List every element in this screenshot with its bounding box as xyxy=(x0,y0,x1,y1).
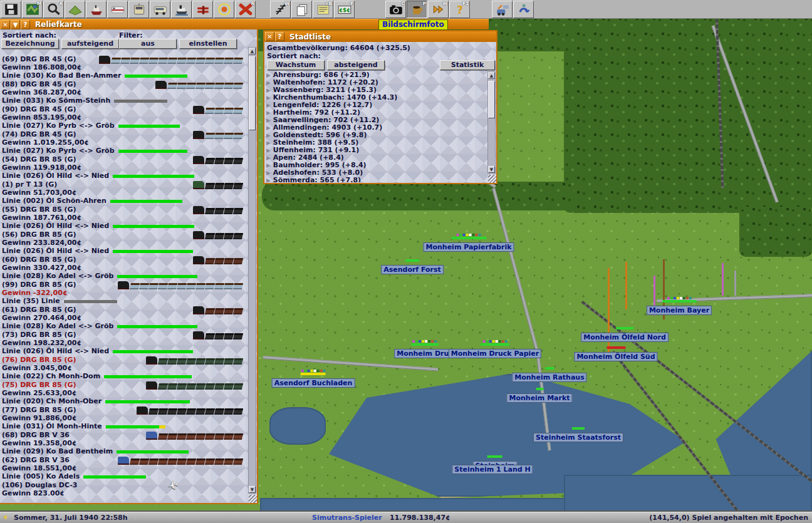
station-fill-bar xyxy=(449,343,541,346)
vehicle-entry[interactable]: (1) pr T 13 (G)Gewinn 51.703,00¢Linie (0… xyxy=(2,180,247,205)
station-label[interactable]: Steinheim Staatsforst xyxy=(533,427,623,442)
station-label[interactable]: Monheim Ölfeld Nord xyxy=(581,327,669,342)
city-row[interactable]: ▶ Sömmerda: 565 (+7.8) xyxy=(266,177,486,182)
vehicle-entry[interactable]: (74) DRG BR 45 (G)Gewinn 1.019.255,00¢Li… xyxy=(2,130,247,155)
station-label[interactable]: Monheim Rathaus xyxy=(512,367,586,382)
vehicle-entry[interactable]: (62) DRG BR V 36Gewinn 18.551,00¢Linie (… xyxy=(2,456,247,481)
help-tool[interactable]: ?F1 xyxy=(449,1,470,18)
sort-by-button[interactable]: Bezeichnung xyxy=(1,39,59,49)
city-scrollbar[interactable]: ▲ ▼ xyxy=(487,71,496,173)
magnify-tool[interactable]: A xyxy=(43,1,64,18)
vehicle-entry[interactable]: (77) DRG BR 85 (G)Gewinn 91.886,00¢Linie… xyxy=(2,406,247,431)
tram-tool[interactable] xyxy=(128,1,149,18)
station-label-text: Monheim Papierfabrik xyxy=(423,242,514,252)
terrain-tool[interactable] xyxy=(65,1,85,18)
shade-icon[interactable]: ▼ xyxy=(11,20,20,29)
station-label[interactable]: Monheim Druc xyxy=(394,340,455,358)
vehicle-thumbnail xyxy=(137,406,242,415)
scroll-thumb[interactable] xyxy=(488,81,495,118)
scroll-down-icon[interactable]: ▼ xyxy=(249,486,256,493)
vehicle-entry[interactable]: (60) DRG BR 85 (G)Gewinn 330.427,00¢Lini… xyxy=(2,256,247,281)
vehicle-thumbnail xyxy=(193,131,242,139)
statistics-button[interactable]: Statistik xyxy=(440,60,495,70)
fastforward-tool[interactable]: W xyxy=(428,1,449,18)
scroll-up-icon[interactable]: ▲ xyxy=(488,72,495,79)
save-tool[interactable] xyxy=(1,1,21,18)
finance-tool[interactable]: ¢$¢F xyxy=(334,1,355,18)
camera-tool[interactable]: C xyxy=(385,1,406,18)
station-label[interactable]: Asendorf Forst xyxy=(381,259,444,274)
resize-grip[interactable] xyxy=(249,495,257,503)
vehicle-line: Linie (027) Ko Pyrb <-> Gröb xyxy=(2,122,247,130)
station-label[interactable]: Monheim Ölfeld Süd xyxy=(574,346,657,361)
station-fill-bar xyxy=(473,455,518,458)
train-tool[interactable] xyxy=(107,1,128,18)
vehicle-scrollbar[interactable]: ▲ ▼ xyxy=(248,47,256,494)
station-label-text: Monheim Rathaus xyxy=(512,373,586,382)
vehicle-entry[interactable]: (99) DRG BR 85 (G)Gewinn -322,00¢Linie (… xyxy=(2,281,247,306)
vehicle-entry[interactable]: (73) DRG BR 85 (G)Gewinn 198.232,00¢Lini… xyxy=(2,331,247,356)
station-label-text: Monheim Druc xyxy=(394,349,455,358)
note-tool[interactable]: +B xyxy=(313,1,333,18)
city-list: ▶ Ahrensburg: 686 (+21.9)▶ Waltenhofen: … xyxy=(266,71,486,182)
vehicle-entry[interactable]: (106) Douglas DC-3Gewinn 823,00¢Linie (4… xyxy=(2,481,247,495)
vehicle-thumbnail xyxy=(146,432,242,440)
station-label[interactable]: Monheim Bayer xyxy=(647,297,712,315)
vehicle-entry[interactable]: (88) DRG BR 45 (G)Gewinn 368.287,00¢Lini… xyxy=(2,80,247,105)
destroy-tool[interactable]: R xyxy=(235,1,256,18)
station-label[interactable]: Monheim Papierfabrik xyxy=(423,234,514,252)
vehicle-entry[interactable]: (61) DRG BR 85 (G)Gewinn 270.464,00¢Lini… xyxy=(2,306,247,331)
vehicle-thumbnail xyxy=(118,457,242,465)
vehicle-entry[interactable]: (76) DRG BR 85 (G)Gewinn 3.045,00¢Linie … xyxy=(2,356,247,381)
vehicle-entry[interactable]: (56) DRG BR 85 (G)Gewinn 233.824,00¢Lini… xyxy=(2,230,247,256)
scroll-thumb[interactable] xyxy=(249,56,256,130)
station-fill-bar xyxy=(533,427,623,430)
shortcut-key: R xyxy=(251,1,254,6)
fill-bar xyxy=(105,400,190,403)
shortcut-key: F1 xyxy=(462,1,469,6)
station-label[interactable]: Steinheim 1 Land H xyxy=(452,462,533,474)
plane-tool[interactable] xyxy=(192,1,213,18)
pause-tool[interactable]: P xyxy=(407,1,427,18)
vehicle-profit: Gewinn 51.703,00¢ xyxy=(2,189,247,197)
stadtliste-titlebar[interactable]: ✕ ? Stadtliste xyxy=(264,31,496,42)
city-sort-button[interactable]: Wachstum xyxy=(267,60,325,70)
help-icon[interactable]: ? xyxy=(275,32,284,41)
fill-bar xyxy=(114,100,167,103)
station-label[interactable]: Asendorf Buchladen xyxy=(272,370,355,388)
vehicle-entry[interactable]: (90) DRG BR 45 (G)Gewinn 853.195,00¢Lini… xyxy=(2,105,247,130)
player-name[interactable]: Simutrans-Spieler xyxy=(312,512,382,523)
close-icon[interactable]: ✕ xyxy=(1,20,10,29)
scroll-down-icon[interactable]: ▼ xyxy=(488,166,495,173)
row-arrow-icon: ▶ xyxy=(266,80,271,86)
toolbar-gap xyxy=(471,1,492,18)
vehicle-entry[interactable]: (55) DRG BR 85 (G)Gewinn 187.761,00¢Lini… xyxy=(2,205,247,230)
city-order-button[interactable]: absteigend xyxy=(327,60,385,70)
vehicle-entry[interactable]: (54) DRG BR 85 (G)Gewinn 119.918,00¢Lini… xyxy=(2,155,247,180)
track-tool[interactable]: W xyxy=(270,1,291,18)
copy-tool[interactable] xyxy=(291,1,312,18)
ship-tool[interactable] xyxy=(86,1,107,18)
vehicle-entry[interactable]: (68) DRG BR V 36Gewinn 19.358,00¢Linie (… xyxy=(2,431,247,456)
city-list-window: ✕ ? Stadtliste Gesamtbevölkerung: 64604 … xyxy=(263,30,497,184)
sort-order-button[interactable]: aufsteigend xyxy=(61,39,119,49)
minimap-tool[interactable]: M xyxy=(22,1,43,18)
steamship-tool[interactable] xyxy=(171,1,192,18)
close-icon[interactable]: ✕ xyxy=(265,32,274,41)
resize-grip[interactable] xyxy=(488,175,496,183)
vehicle-entry[interactable]: (69) DRG BR 45 (G)Gewinn 186.808,00¢Lini… xyxy=(2,55,247,80)
help-icon[interactable]: ? xyxy=(21,20,30,29)
station-label[interactable]: Monheim Markt xyxy=(506,388,572,403)
signal-tool[interactable] xyxy=(214,1,234,18)
cargo-dots xyxy=(647,297,712,299)
filter-settings-button[interactable]: einstellen xyxy=(179,39,237,49)
scroll-up-icon[interactable]: ▲ xyxy=(249,48,256,54)
vehicle-entry[interactable]: (75) DRG BR 85 (G)Gewinn 25.633,00¢Linie… xyxy=(2,381,247,406)
rotate-tool[interactable]: N xyxy=(513,1,534,18)
construction-tool[interactable] xyxy=(492,1,513,18)
bus-tool[interactable] xyxy=(150,1,170,18)
station-label[interactable]: Monheim Druck Papier xyxy=(449,340,541,358)
account-balance: 11.798.138,47¢ xyxy=(390,512,450,523)
toolbar-gap xyxy=(355,1,385,18)
filter-toggle-button[interactable]: aus xyxy=(119,39,177,49)
